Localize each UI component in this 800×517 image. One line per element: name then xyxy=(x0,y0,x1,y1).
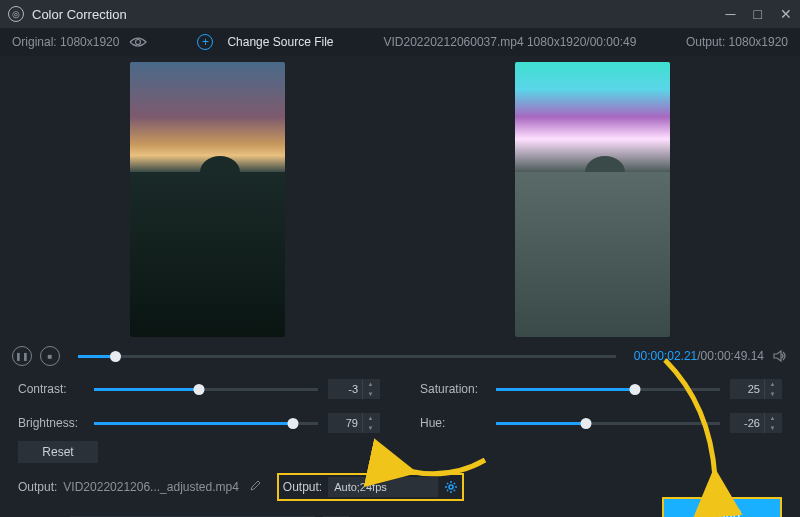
contrast-down[interactable]: ▼ xyxy=(363,389,378,399)
contrast-up[interactable]: ▲ xyxy=(363,379,378,389)
stop-button[interactable]: ■ xyxy=(40,346,60,366)
contrast-row: Contrast: ▲▼ xyxy=(18,379,380,399)
svg-point-1 xyxy=(449,485,453,489)
preview-area xyxy=(0,56,800,341)
hue-row: Hue: ▲▼ xyxy=(420,413,782,433)
save-row: Save to: C:\Vidmore\Vidmore Vi...rter\Co… xyxy=(0,505,800,517)
app-icon: ◎ xyxy=(8,6,24,22)
brightness-input[interactable] xyxy=(328,417,362,429)
contrast-slider[interactable] xyxy=(94,388,318,391)
contrast-label: Contrast: xyxy=(18,382,84,396)
saturation-slider[interactable] xyxy=(496,388,720,391)
transport-bar: ❚❚ ■ 00:00:02.21/00:00:49.14 xyxy=(0,343,800,369)
contrast-stepper[interactable]: ▲▼ xyxy=(328,379,380,399)
titlebar: ◎ Color Correction ─ □ ✕ xyxy=(0,0,800,28)
hue-down[interactable]: ▼ xyxy=(765,423,780,433)
edit-filename-icon[interactable] xyxy=(249,480,261,495)
adjustments-panel: Contrast: ▲▼ Saturation: ▲▼ Brightness: … xyxy=(0,369,800,439)
time-display: 00:00:02.21/00:00:49.14 xyxy=(634,349,764,363)
add-icon[interactable]: + xyxy=(197,34,213,50)
output-format-group: Output: Auto;24fps xyxy=(277,473,464,501)
hue-stepper[interactable]: ▲▼ xyxy=(730,413,782,433)
window-controls: ─ □ ✕ xyxy=(726,6,792,22)
brightness-down[interactable]: ▼ xyxy=(363,423,378,433)
toolbar: Original: 1080x1920 + Change Source File… xyxy=(0,28,800,56)
change-source-button[interactable]: Change Source File xyxy=(227,35,333,49)
saturation-label: Saturation: xyxy=(420,382,486,396)
saturation-row: Saturation: ▲▼ xyxy=(420,379,782,399)
svg-point-0 xyxy=(136,40,141,45)
preview-output xyxy=(515,62,670,337)
file-info: VID20220212060037.mp4 1080x1920/00:00:49 xyxy=(383,35,636,49)
brightness-label: Brightness: xyxy=(18,416,84,430)
brightness-stepper[interactable]: ▲▼ xyxy=(328,413,380,433)
minimize-button[interactable]: ─ xyxy=(726,6,736,22)
window-title: Color Correction xyxy=(32,7,127,22)
saturation-up[interactable]: ▲ xyxy=(765,379,780,389)
output-filename: VID2022021206..._adjusted.mp4 xyxy=(63,480,238,494)
output-file-label: Output: xyxy=(18,480,57,494)
output-format-label: Output: xyxy=(283,480,322,494)
output-res-label: Output: 1080x1920 xyxy=(686,35,788,49)
maximize-button[interactable]: □ xyxy=(754,6,762,22)
saturation-input[interactable] xyxy=(730,383,764,395)
volume-icon[interactable] xyxy=(772,348,788,364)
hue-input[interactable] xyxy=(730,417,764,429)
brightness-row: Brightness: ▲▼ xyxy=(18,413,380,433)
output-format-value[interactable]: Auto;24fps xyxy=(328,477,438,497)
timeline-slider[interactable] xyxy=(78,355,616,358)
brightness-up[interactable]: ▲ xyxy=(363,413,378,423)
brightness-slider[interactable] xyxy=(94,422,318,425)
close-button[interactable]: ✕ xyxy=(780,6,792,22)
reset-button[interactable]: Reset xyxy=(18,441,98,463)
eye-icon[interactable] xyxy=(129,36,147,48)
hue-slider[interactable] xyxy=(496,422,720,425)
contrast-input[interactable] xyxy=(328,383,362,395)
original-label: Original: 1080x1920 xyxy=(12,35,119,49)
export-button[interactable]: Export xyxy=(662,497,782,517)
preview-original xyxy=(130,62,285,337)
saturation-stepper[interactable]: ▲▼ xyxy=(730,379,782,399)
hue-label: Hue: xyxy=(420,416,486,430)
saturation-down[interactable]: ▼ xyxy=(765,389,780,399)
hue-up[interactable]: ▲ xyxy=(765,413,780,423)
pause-button[interactable]: ❚❚ xyxy=(12,346,32,366)
gear-icon[interactable] xyxy=(444,480,458,494)
